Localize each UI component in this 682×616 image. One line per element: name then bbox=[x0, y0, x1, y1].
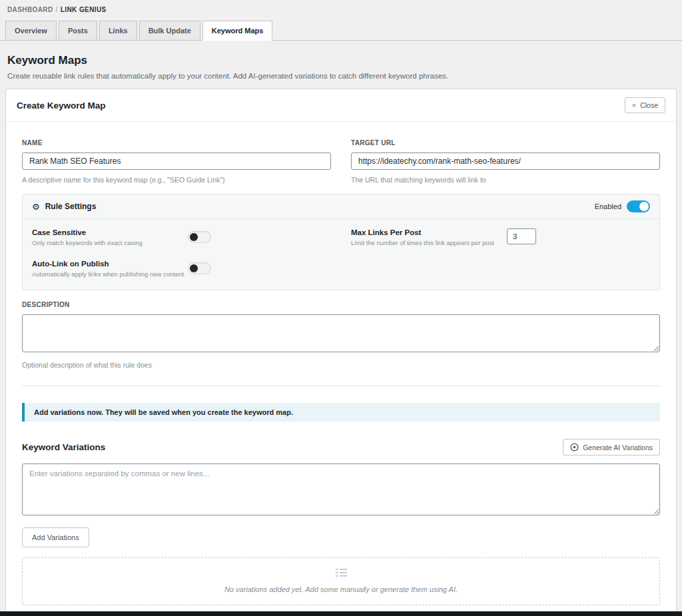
page-title: Keyword Maps bbox=[7, 54, 675, 67]
variations-empty-state: No variations added yet. Add some manual… bbox=[22, 557, 660, 605]
max-links-input[interactable] bbox=[507, 228, 536, 244]
name-input[interactable] bbox=[22, 153, 331, 170]
enabled-label: Enabled bbox=[595, 202, 621, 210]
tab-posts[interactable]: Posts bbox=[59, 21, 97, 41]
case-sensitive-toggle[interactable] bbox=[188, 231, 211, 243]
max-links-label: Max Links Per Post bbox=[351, 228, 496, 236]
panel-header: Create Keyword Map × Close bbox=[6, 89, 676, 122]
name-help: A descriptive name for this keyword map … bbox=[22, 176, 331, 184]
auto-link-setting: Auto-Link on Publish Automatically apply… bbox=[32, 260, 331, 278]
breadcrumb-dashboard-link[interactable]: DASHBOARD bbox=[7, 6, 53, 13]
enabled-group: Enabled bbox=[595, 200, 650, 212]
bottom-bar bbox=[0, 611, 682, 616]
case-sensitive-label: Case Sensitive bbox=[32, 228, 177, 236]
rule-settings-title-group: ⚙ Rule Settings bbox=[32, 202, 96, 211]
case-sensitive-text: Case Sensitive Only match keywords with … bbox=[32, 228, 177, 246]
rule-settings-grid: Case Sensitive Only match keywords with … bbox=[23, 219, 659, 290]
target-url-field-group: TARGET URL The URL that matching keyword… bbox=[351, 139, 660, 184]
case-sensitive-help: Only match keywords with exact casing bbox=[32, 239, 177, 246]
generate-ai-variations-button[interactable]: Generate AI Variations bbox=[563, 439, 660, 456]
panel-body: NAME A descriptive name for this keyword… bbox=[6, 122, 676, 616]
close-button-label: Close bbox=[640, 101, 658, 109]
breadcrumb-separator: / bbox=[56, 6, 58, 13]
page-header: Keyword Maps Create reusable link rules … bbox=[7, 54, 675, 80]
panel-title: Create Keyword Map bbox=[17, 101, 106, 111]
breadcrumb: DASHBOARD/LINK GENIUS bbox=[0, 0, 682, 13]
variations-title: Keyword Variations bbox=[22, 442, 105, 452]
target-url-input[interactable] bbox=[351, 153, 660, 170]
generate-ai-variations-label: Generate AI Variations bbox=[583, 444, 653, 452]
variations-empty-text: No variations added yet. Add some manual… bbox=[29, 585, 653, 593]
max-links-help: Limit the number of times this link appe… bbox=[351, 239, 496, 246]
description-help: Optional description of what this rule d… bbox=[22, 361, 660, 369]
list-icon bbox=[336, 568, 347, 580]
auto-link-help: Automatically apply links when publishin… bbox=[32, 270, 177, 278]
rule-settings-title: Rule Settings bbox=[45, 202, 97, 211]
close-button[interactable]: × Close bbox=[625, 97, 665, 113]
rule-settings-box: ⚙ Rule Settings Enabled Case Sensitive O… bbox=[22, 194, 660, 290]
gear-icon: ⚙ bbox=[32, 202, 40, 211]
add-variations-label: Add Variations bbox=[32, 533, 79, 541]
description-textarea[interactable] bbox=[22, 314, 660, 352]
tab-bar: Overview Posts Links Bulk Update Keyword… bbox=[0, 21, 682, 41]
max-links-setting: Max Links Per Post Limit the number of t… bbox=[351, 228, 650, 246]
info-notice: Add variations now. They will be saved w… bbox=[22, 403, 660, 422]
name-field-group: NAME A descriptive name for this keyword… bbox=[22, 139, 331, 184]
tab-links[interactable]: Links bbox=[99, 21, 137, 41]
auto-link-text: Auto-Link on Publish Automatically apply… bbox=[32, 260, 177, 278]
info-notice-text: Add variations now. They will be saved w… bbox=[34, 408, 293, 416]
breadcrumb-current: LINK GENIUS bbox=[61, 6, 107, 13]
ai-icon bbox=[570, 443, 579, 452]
name-label: NAME bbox=[22, 139, 331, 147]
max-links-text: Max Links Per Post Limit the number of t… bbox=[351, 228, 496, 246]
section-divider bbox=[22, 386, 660, 386]
target-url-label: TARGET URL bbox=[351, 139, 660, 147]
rule-settings-header: ⚙ Rule Settings Enabled bbox=[23, 194, 659, 219]
case-sensitive-setting: Case Sensitive Only match keywords with … bbox=[32, 228, 331, 246]
description-field-group: DESCRIPTION Optional description of what… bbox=[22, 301, 660, 369]
create-keyword-map-panel: Create Keyword Map × Close NAME A descri… bbox=[5, 89, 677, 616]
target-url-help: The URL that matching keywords will link… bbox=[351, 176, 660, 184]
tab-keyword-maps[interactable]: Keyword Maps bbox=[202, 21, 273, 41]
auto-link-toggle[interactable] bbox=[188, 262, 211, 274]
name-url-row: NAME A descriptive name for this keyword… bbox=[22, 139, 660, 184]
auto-link-label: Auto-Link on Publish bbox=[32, 260, 177, 268]
description-label: DESCRIPTION bbox=[22, 301, 660, 308]
add-variations-button[interactable]: Add Variations bbox=[22, 527, 89, 547]
variations-header: Keyword Variations Generate AI Variation… bbox=[22, 439, 660, 456]
tab-overview[interactable]: Overview bbox=[5, 21, 57, 41]
page-subtitle: Create reusable link rules that automati… bbox=[7, 72, 675, 80]
enabled-toggle[interactable] bbox=[627, 200, 650, 212]
variations-textarea[interactable] bbox=[22, 463, 660, 515]
close-icon: × bbox=[632, 102, 636, 109]
tab-bulk-update[interactable]: Bulk Update bbox=[139, 21, 200, 41]
